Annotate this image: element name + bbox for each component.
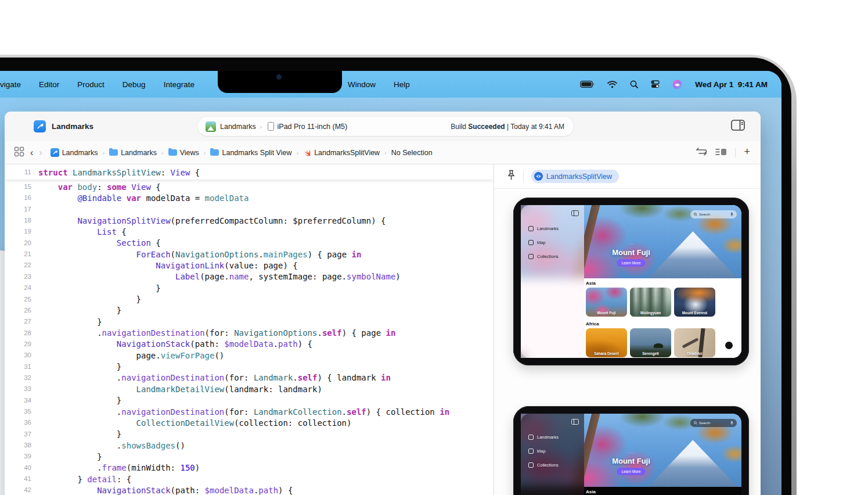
code-text: .navigationDestination(for: NavigationOp… (38, 328, 395, 338)
sidebar-item-map[interactable]: Map (528, 240, 546, 245)
section-heading: Asia (586, 281, 596, 286)
code-text: .navigationDestination(for: Landmark.sel… (38, 373, 391, 382)
forward-button[interactable]: › (39, 148, 42, 158)
code-line[interactable]: 15 var body: some View { (5, 182, 493, 193)
code-line[interactable]: 27 } (5, 317, 493, 328)
map-icon (528, 449, 534, 454)
breadcrumb-item[interactable]: Views (168, 149, 199, 157)
learn-more-button[interactable]: Learn More (617, 259, 645, 267)
preview-tab[interactable]: LandmarksSplitView (531, 170, 619, 183)
breadcrumb-item[interactable]: No Selection (391, 149, 433, 157)
ipad-device-icon (268, 122, 274, 131)
code-line[interactable]: 24 } (5, 283, 493, 294)
code-line[interactable]: 30 page.viewForPage() (5, 350, 493, 361)
breadcrumb-item[interactable]: Landmarks (109, 149, 157, 157)
run-destination[interactable]: iPad Pro 11-inch (M5) (278, 123, 348, 131)
menu-item-window[interactable]: Window (348, 80, 376, 89)
code-line[interactable]: 19 List { (5, 227, 493, 238)
code-line[interactable]: 23 Label(page.name, systemImage: page.sy… (5, 272, 493, 283)
code-review-icon[interactable] (696, 147, 707, 158)
code-line[interactable]: 29 NavigationStack(path: $modelData.path… (5, 339, 493, 350)
wifi-icon[interactable] (607, 81, 617, 88)
breadcrumb-item[interactable]: LandmarksSplitView (303, 149, 380, 157)
code-line[interactable]: 39 } (5, 451, 493, 462)
code-line[interactable]: 41 } detail: { (5, 474, 493, 485)
landmark-thumbnail[interactable]: Sahara Desert (586, 328, 627, 357)
scheme-name[interactable]: Landmarks (220, 123, 256, 131)
scheme-selector[interactable]: Landmarks › iPad Pro 11-inch (M5) Build … (197, 117, 574, 136)
code-line[interactable]: 33 LandmarkDetailView(landmark: landmark… (5, 384, 493, 395)
learn-more-button[interactable]: Learn More (617, 468, 645, 475)
code-line-sticky[interactable]: 11struct LandmarksSplitView: View { (5, 167, 493, 178)
code-line[interactable]: 38 .showsBadges() (5, 440, 493, 451)
landmark-thumbnail[interactable]: Wulingyuan (630, 288, 671, 317)
code-line[interactable]: 37 } (5, 429, 493, 440)
code-line[interactable]: 34 } (5, 396, 493, 407)
back-button[interactable]: ‹ (30, 148, 33, 158)
code-line[interactable]: 17 (5, 205, 493, 216)
code-text: Label(page.name, systemImage: page.symbo… (38, 272, 401, 281)
search-field[interactable]: Search (690, 210, 737, 218)
code-line[interactable]: 28 .navigationDestination(for: Navigatio… (5, 328, 493, 339)
editor-options-icon[interactable] (715, 148, 727, 158)
breadcrumb-item[interactable]: Landmarks (51, 148, 98, 157)
code-text: struct LandmarksSplitView: View { (38, 168, 200, 177)
sidebar-item-collections[interactable]: Collections (528, 462, 559, 468)
landmark-thumbnail[interactable]: Mount Everest (674, 288, 715, 317)
sidebar-toggle-icon[interactable] (571, 210, 579, 216)
sidebar-item-landmarks[interactable]: Landmarks (528, 435, 559, 440)
code-line[interactable]: 35 .navigationDestination(for: LandmarkC… (5, 407, 493, 418)
line-number: 21 (5, 250, 31, 257)
code-line[interactable]: 21 ForEach(NavigationOptions.mainPages) … (5, 249, 493, 260)
control-center-icon[interactable] (651, 80, 660, 88)
ipad-preview-dark[interactable]: Search• • •Mount FujiLearn MoreAsiaMount… (513, 406, 749, 495)
landmark-thumbnail[interactable]: Deadvlei (674, 328, 715, 357)
landmark-thumbnail[interactable]: Mount Fuji (586, 288, 627, 317)
canvas-toolbar: LandmarksSplitView (494, 164, 761, 189)
menu-item-editor[interactable]: Editor (39, 80, 59, 89)
build-status[interactable]: Build Succeeded | Today at 9:41 AM (451, 117, 564, 136)
landmarks-app-icon (206, 121, 216, 132)
code-line[interactable]: 16 @Bindable var modelData = modelData (5, 193, 493, 204)
code-line[interactable]: 20 Section { (5, 238, 493, 249)
code-line[interactable]: 22 NavigationLink(value: page) { (5, 260, 493, 271)
sidebar-item-landmarks[interactable]: Landmarks (528, 226, 559, 231)
menu-item-integrate[interactable]: Integrate (164, 80, 195, 89)
search-field[interactable]: Search (690, 419, 737, 427)
inspector-toggle-button[interactable] (731, 120, 745, 133)
line-number: 17 (5, 206, 31, 213)
related-items-icon[interactable] (14, 146, 24, 159)
menu-item-product[interactable]: Product (77, 80, 105, 89)
line-number: 37 (5, 431, 31, 437)
code-line[interactable]: 26 } (5, 306, 493, 317)
sidebar-toggle-icon[interactable] (571, 419, 579, 425)
code-editor[interactable]: 11struct LandmarksSplitView: View {15 va… (5, 164, 493, 495)
menu-item-vigate[interactable]: vigate (0, 80, 21, 89)
code-line[interactable]: 18 NavigationSplitView(preferredCompactC… (5, 216, 493, 227)
breadcrumb-item[interactable]: Landmarks Split View (210, 149, 291, 157)
collections-book-icon (528, 254, 534, 259)
spotlight-search-icon[interactable] (630, 80, 638, 88)
line-number: 20 (5, 239, 31, 246)
code-text: Section { (38, 238, 161, 248)
code-line[interactable]: 31 } (5, 362, 493, 373)
chevron-right-icon: › (260, 123, 262, 130)
add-editor-button[interactable]: + (744, 146, 750, 158)
pin-preview-icon[interactable] (507, 170, 516, 183)
code-text: ForEach(NavigationOptions.mainPages) { p… (38, 250, 361, 259)
code-line[interactable]: 42 NavigationStack(path: $modelData.path… (5, 485, 493, 495)
code-line[interactable]: 40 .frame(minWidth: 150) (5, 463, 493, 474)
code-line[interactable]: 32 .navigationDestination(for: Landmark.… (5, 373, 493, 384)
menu-item-debug[interactable]: Debug (123, 80, 146, 89)
landmark-thumbnail[interactable]: Serengeti (630, 328, 671, 357)
sidebar-item-map[interactable]: Map (528, 449, 546, 454)
code-line[interactable]: 25 } (5, 295, 493, 306)
menu-item-help[interactable]: Help (394, 80, 410, 89)
menu-bar-clock[interactable]: Wed Apr 1 9:41 AM (695, 80, 768, 89)
sidebar-item-collections[interactable]: Collections (528, 254, 559, 259)
ipad-preview-light[interactable]: Search• • •Mount FujiLearn MoreAsiaMount… (513, 198, 749, 365)
battery-icon[interactable] (580, 81, 595, 88)
code-text: } (38, 429, 121, 439)
code-line[interactable]: 36 CollectionDetailView(collection: coll… (5, 418, 493, 429)
siri-icon[interactable] (672, 80, 682, 89)
